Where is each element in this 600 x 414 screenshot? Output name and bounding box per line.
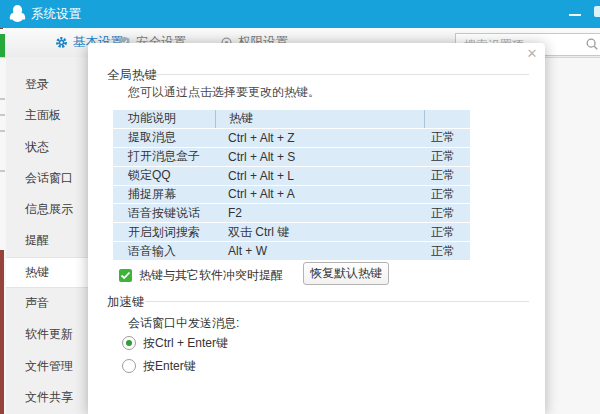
row-function: 语音输入 — [113, 243, 215, 260]
titlebar[interactable]: 系统设置 — [0, 0, 600, 28]
header-function: 功能说明 — [113, 110, 215, 127]
gear-icon — [55, 36, 68, 49]
hotkeys-hint-text: 您可以通过点击选择要更改的热键。 — [128, 84, 320, 101]
send-message-subtitle: 会话窗口中发送消息: — [128, 315, 239, 332]
row-hotkey[interactable]: Ctrl + Alt + S — [215, 150, 424, 164]
section-title-global-hotkeys: 全局热键 — [107, 67, 157, 84]
sidebar-item-software-update[interactable]: 软件更新 — [6, 319, 88, 350]
sidebar-item-info-display[interactable]: 信息展示 — [6, 194, 88, 225]
section-divider — [150, 74, 529, 75]
sidebar-item-reminder[interactable]: 提醒 — [6, 225, 88, 256]
row-function: 提取消息 — [113, 129, 215, 146]
table-row[interactable]: 捕捉屏幕 Ctrl + Alt + A 正常 — [113, 185, 470, 204]
radio-option-ctrl-enter[interactable]: 按Ctrl + Enter键 — [122, 336, 228, 350]
table-row[interactable]: 开启划词搜索 双击 Ctrl 键 正常 — [113, 222, 470, 241]
minimize-icon — [569, 14, 581, 16]
sidebar-item-hotkeys[interactable]: 热键 — [6, 257, 88, 288]
table-row[interactable]: 语音输入 Alt + W 正常 — [113, 241, 470, 260]
section-title-accelerator: 加速键 — [107, 294, 145, 311]
sidebar-item-login[interactable]: 登录 — [6, 69, 88, 100]
minimize-button[interactable] — [567, 7, 583, 21]
row-hotkey[interactable]: Alt + W — [215, 244, 424, 258]
section-divider — [145, 301, 529, 302]
window-title: 系统设置 — [31, 0, 81, 28]
hotkeys-table-header: 功能说明 热键 — [113, 110, 470, 128]
row-function: 锁定QQ — [113, 167, 215, 184]
sidebar-item-main-panel[interactable]: 主面板 — [6, 100, 88, 131]
row-status: 正常 — [424, 186, 470, 203]
conflict-reminder-checkbox[interactable] — [119, 269, 132, 282]
background-window-fragment — [0, 34, 5, 57]
check-icon — [120, 271, 131, 280]
row-status: 正常 — [424, 148, 470, 165]
system-settings-window: 系统设置 基本设置 安全设置 权限设置 — [0, 0, 600, 414]
radio-unselected-icon[interactable] — [122, 359, 136, 373]
background-window-fragment — [0, 98, 5, 100]
settings-sidebar: 登录 主面板 状态 会话窗口 信息展示 提醒 热键 声音 软件更新 文件管理 文… — [6, 57, 88, 414]
sidebar-item-file-sharing[interactable]: 文件共享 — [6, 382, 88, 413]
row-status: 正常 — [424, 243, 470, 260]
background-window-fragment — [0, 114, 5, 116]
row-function: 打开消息盒子 — [113, 148, 215, 165]
sidebar-item-sound[interactable]: 声音 — [6, 288, 88, 319]
qq-penguin-icon — [8, 4, 27, 23]
header-hotkey: 热键 — [215, 110, 424, 128]
table-row[interactable]: 语音按键说话 F2 正常 — [113, 203, 470, 222]
radio-label: 按Enter键 — [143, 358, 196, 375]
dialog-close-icon[interactable]: ✕ — [523, 45, 541, 63]
row-status: 正常 — [424, 224, 470, 241]
restore-default-hotkeys-button[interactable]: 恢复默认热键 — [303, 262, 389, 285]
row-status: 正常 — [424, 167, 470, 184]
hotkeys-table: 功能说明 热键 提取消息 Ctrl + Alt + Z 正常 打开消息盒子 Ct… — [113, 110, 470, 260]
radio-option-enter[interactable]: 按Enter键 — [122, 359, 196, 373]
row-hotkey[interactable]: F2 — [215, 206, 424, 220]
background-window-fragment — [0, 130, 5, 132]
conflict-reminder-label: 热键与其它软件冲突时提醒 — [139, 267, 283, 284]
row-function: 语音按键说话 — [113, 205, 215, 222]
row-hotkey[interactable]: Ctrl + Alt + L — [215, 169, 424, 183]
sidebar-item-file-management[interactable]: 文件管理 — [6, 351, 88, 382]
table-row[interactable]: 锁定QQ Ctrl + Alt + L 正常 — [113, 166, 470, 185]
row-hotkey[interactable]: 双击 Ctrl 键 — [215, 224, 424, 241]
close-button[interactable] — [594, 6, 600, 17]
background-window-fragment — [0, 250, 4, 414]
row-function: 捕捉屏幕 — [113, 186, 215, 203]
row-hotkey[interactable]: Ctrl + Alt + A — [215, 187, 424, 201]
radio-selected-icon[interactable] — [122, 336, 136, 350]
conflict-reminder-option[interactable]: 热键与其它软件冲突时提醒 — [119, 265, 283, 285]
row-function: 开启划词搜索 — [113, 224, 215, 241]
table-row[interactable]: 提取消息 Ctrl + Alt + Z 正常 — [113, 128, 470, 147]
sidebar-item-status[interactable]: 状态 — [6, 132, 88, 163]
sidebar-item-session-window[interactable]: 会话窗口 — [6, 163, 88, 194]
table-row[interactable]: 打开消息盒子 Ctrl + Alt + S 正常 — [113, 147, 470, 166]
header-status — [424, 110, 470, 128]
search-icon[interactable] — [585, 37, 599, 51]
row-status: 正常 — [424, 129, 470, 146]
radio-label: 按Ctrl + Enter键 — [143, 335, 228, 352]
row-status: 正常 — [424, 205, 470, 222]
row-hotkey[interactable]: Ctrl + Alt + Z — [215, 131, 424, 145]
hotkeys-dialog: ✕ 全局热键 您可以通过点击选择要更改的热键。 功能说明 热键 提取消息 Ctr… — [88, 43, 545, 414]
background-window-fragment — [0, 170, 5, 172]
